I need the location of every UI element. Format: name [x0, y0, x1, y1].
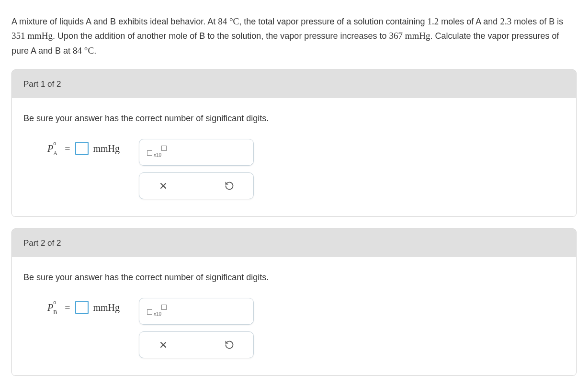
part-1-answer-row: P o A = mmHg x10	[23, 139, 565, 199]
part-2-container: Part 2 of 2 Be sure your answer has the …	[11, 228, 577, 376]
close-icon	[158, 181, 168, 191]
part-2-action-row	[139, 331, 254, 358]
part-1-tool-group: x10	[139, 139, 254, 199]
unit-mmhg: mmHg	[93, 300, 120, 315]
part-1-body: Be sure your answer has the correct numb…	[12, 98, 576, 216]
part-2-answer-input[interactable]	[75, 301, 89, 314]
undo-icon	[225, 181, 234, 191]
part-1-action-row	[139, 172, 254, 199]
part-2-answer-row: P o B = mmHg x10	[23, 298, 565, 358]
clear-button[interactable]	[155, 336, 172, 353]
equals-sign: =	[65, 141, 70, 156]
undo-icon	[225, 340, 234, 350]
part-2-equation: P o B = mmHg	[47, 298, 120, 315]
scientific-notation-icon: x10	[147, 305, 168, 318]
unit-mmhg: mmHg	[93, 141, 120, 156]
part-1-header: Part 1 of 2	[12, 70, 576, 98]
variable-pa: P o A	[47, 141, 53, 156]
clear-button[interactable]	[155, 177, 172, 194]
reset-button[interactable]	[221, 177, 238, 194]
variable-pb: P o B	[47, 300, 53, 315]
part-2-header: Part 2 of 2	[12, 229, 576, 257]
part-2-tool-group: x10	[139, 298, 254, 358]
part-2-body: Be sure your answer has the correct numb…	[12, 257, 576, 375]
close-icon	[158, 340, 168, 350]
question-text: A mixture of liquids A and B exhibits id…	[11, 14, 577, 58]
part-2-instruction: Be sure your answer has the correct numb…	[23, 271, 565, 284]
equals-sign: =	[65, 300, 70, 315]
part-1-answer-input[interactable]	[75, 142, 89, 155]
part-1-equation: P o A = mmHg	[47, 139, 120, 156]
part-1-container: Part 1 of 2 Be sure your answer has the …	[11, 69, 577, 217]
part-1-instruction: Be sure your answer has the correct numb…	[23, 112, 565, 125]
scientific-notation-button[interactable]: x10	[139, 298, 254, 325]
scientific-notation-button[interactable]: x10	[139, 139, 254, 166]
reset-button[interactable]	[221, 336, 238, 353]
scientific-notation-icon: x10	[147, 146, 168, 159]
